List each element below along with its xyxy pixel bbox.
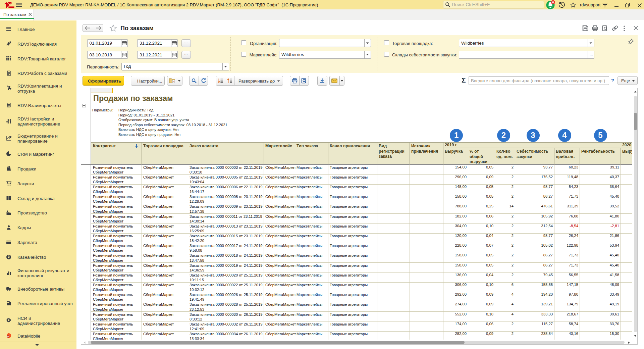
svg-text:6: 6 — [552, 1, 554, 4]
